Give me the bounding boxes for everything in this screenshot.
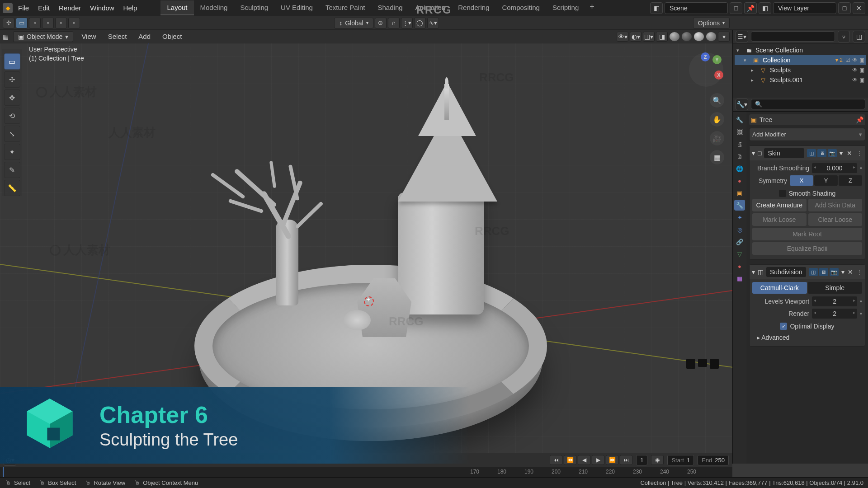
wireframe-shading-icon[interactable]	[669, 32, 680, 42]
mod-render-icon[interactable]: 📷	[828, 149, 837, 157]
add-modifier-button[interactable]: Add Modifier	[749, 128, 865, 141]
zoom-icon[interactable]: 🔍	[710, 93, 724, 108]
tree-toggle-icon[interactable]: ▸	[751, 77, 756, 83]
options-dropdown[interactable]: Options ▾	[693, 18, 730, 28]
mod-menu-icon[interactable]: ▾	[841, 268, 844, 276]
material-shading-icon[interactable]	[693, 32, 704, 42]
gizmo-z-icon[interactable]: Z	[701, 52, 710, 61]
tab-tool[interactable]: 🔧	[734, 114, 745, 125]
value-render-levels[interactable]: 2	[812, 309, 857, 319]
mod-extras-icon[interactable]: ⋮	[856, 150, 863, 157]
menu-window[interactable]: Window	[86, 2, 118, 14]
mod-delete-button[interactable]: ✕	[847, 268, 854, 276]
end-frame-input[interactable]: End250	[698, 455, 729, 465]
exclude-toggle-icon[interactable]: ☑	[845, 57, 850, 63]
outliner-new-collection-icon[interactable]: ◫	[853, 31, 865, 42]
gizmo-x-icon[interactable]: X	[714, 70, 723, 80]
scene-browse-icon[interactable]: ◧	[650, 2, 663, 14]
snap-increment-icon[interactable]: ▫	[68, 18, 80, 28]
viewlayer-new-icon[interactable]: □	[838, 2, 851, 14]
transform-tool[interactable]: ✦	[4, 144, 20, 160]
hide-toggle-icon[interactable]: 👁	[852, 67, 858, 73]
tab-viewlayer[interactable]: 🗎	[734, 151, 745, 162]
playhead[interactable]	[3, 467, 4, 478]
outliner-editor-icon[interactable]: ☰▾	[736, 31, 748, 42]
pin-icon[interactable]: 📌	[856, 116, 863, 123]
toggle-ortho-icon[interactable]: ▦	[710, 150, 724, 164]
tab-texture[interactable]: ▦	[734, 273, 745, 284]
tab-scene[interactable]: 🌐	[734, 163, 745, 174]
tab-particles[interactable]: ✦	[734, 212, 745, 223]
snap-target-icon[interactable]: ⋮▾	[401, 18, 413, 28]
outliner-collection[interactable]: ▾ ▣ Collection ▾ 2 ☑👁▣	[735, 55, 866, 65]
disable-toggle-icon[interactable]: ▣	[859, 67, 864, 73]
advanced-toggle[interactable]: Advanced	[752, 332, 862, 343]
play-icon[interactable]: ▶	[592, 455, 604, 465]
value-branch-smoothing[interactable]: 0.000	[812, 163, 857, 173]
workspace-tab-shading[interactable]: Shading	[372, 0, 409, 15]
editor-type-icon[interactable]: ▦	[3, 33, 9, 40]
scene-name-input[interactable]	[665, 2, 728, 14]
snap-vert-icon[interactable]: ▫	[29, 18, 41, 28]
modifier-name-input[interactable]: Subdivision	[766, 267, 806, 277]
workspace-tab-uvediting[interactable]: UV Editing	[274, 0, 319, 15]
menu-render[interactable]: Render	[55, 2, 85, 14]
tab-constraints[interactable]: 🔗	[734, 236, 745, 247]
scene-new-icon[interactable]: □	[730, 2, 742, 14]
workspace-tab-scripting[interactable]: Scripting	[546, 0, 585, 15]
mark-loose-button[interactable]: Mark Loose	[752, 213, 807, 226]
viewlayer-browse-icon[interactable]: ◧	[759, 2, 771, 14]
mark-root-button[interactable]: Mark Root	[752, 228, 862, 240]
menu-edit[interactable]: Edit	[34, 2, 53, 14]
move-tool[interactable]: ✥	[4, 89, 20, 106]
mod-realtime-icon[interactable]: 🖥	[817, 149, 826, 157]
tree-toggle-icon[interactable]: ▾	[736, 47, 742, 53]
rendered-shading-icon[interactable]	[706, 32, 717, 42]
select-menu[interactable]: Select	[104, 31, 131, 42]
symmetry-z-button[interactable]: Z	[839, 175, 862, 186]
mod-editmode-icon[interactable]: ◫	[809, 268, 818, 276]
workspace-tab-layout[interactable]: Layout	[160, 0, 193, 15]
disable-toggle-icon[interactable]: ▣	[859, 57, 864, 63]
tab-physics[interactable]: ◎	[734, 224, 745, 235]
keyframe-prev-icon[interactable]: ⏪	[564, 455, 576, 465]
scene-pin-icon[interactable]: 📌	[744, 2, 757, 14]
object-menu[interactable]: Object	[159, 31, 185, 42]
auto-keying-icon[interactable]: ◉	[651, 455, 664, 465]
hide-toggle-icon[interactable]: 👁	[852, 57, 858, 63]
outliner-item-sculpts001[interactable]: ▸ ▽ Sculpts.001 👁▣	[735, 75, 866, 85]
workspace-add-button[interactable]: +	[585, 0, 599, 15]
menu-help[interactable]: Help	[120, 2, 141, 14]
outliner-scene-collection[interactable]: ▾ 🖿 Scene Collection	[735, 45, 866, 55]
pan-icon[interactable]: ✋	[710, 112, 724, 127]
measure-tool[interactable]: 📏	[4, 180, 20, 196]
collapse-icon[interactable]: ▾	[752, 268, 755, 276]
gizmo-y-icon[interactable]: Y	[712, 55, 722, 64]
viewlayer-name-input[interactable]	[773, 2, 836, 14]
select-tool-icon[interactable]: ▭	[16, 18, 28, 28]
proportional-falloff-icon[interactable]: ∿▾	[427, 18, 439, 28]
hide-toggle-icon[interactable]: 👁	[852, 77, 858, 83]
pivot-icon[interactable]: ⊙	[375, 18, 387, 28]
animate-prop-icon[interactable]: •	[860, 298, 862, 305]
collapse-icon[interactable]: ▾	[752, 150, 755, 157]
add-menu[interactable]: Add	[135, 31, 154, 42]
timeline-track[interactable]: 170180190200210220230240250	[0, 467, 732, 478]
tab-output[interactable]: 🖨	[734, 139, 745, 150]
symmetry-x-button[interactable]: X	[790, 175, 813, 186]
value-levels-viewport[interactable]: 2	[812, 296, 857, 306]
optimal-display-checkbox[interactable]: ✓	[780, 323, 787, 330]
animate-prop-icon[interactable]: •	[860, 164, 862, 172]
snap-edge-icon[interactable]: ▫	[42, 18, 54, 28]
toggle-xray-icon[interactable]: ◨	[656, 32, 668, 42]
jump-start-icon[interactable]: ⏮	[550, 455, 562, 465]
mod-render-icon[interactable]: 📷	[830, 268, 839, 276]
symmetry-y-button[interactable]: Y	[814, 175, 838, 186]
properties-editor-icon[interactable]: 🔧▾	[736, 99, 748, 110]
equalize-radii-button[interactable]: Equalize Radii	[752, 242, 862, 255]
start-frame-input[interactable]: Start1	[667, 455, 694, 465]
workspace-tab-compositing[interactable]: Compositing	[496, 0, 546, 15]
outliner-item-sculpts[interactable]: ▸ ▽ Sculpts 👁▣	[735, 65, 866, 75]
modifier-name-input[interactable]: Skin	[764, 148, 804, 158]
add-skin-data-button[interactable]: Add Skin Data	[808, 199, 863, 211]
